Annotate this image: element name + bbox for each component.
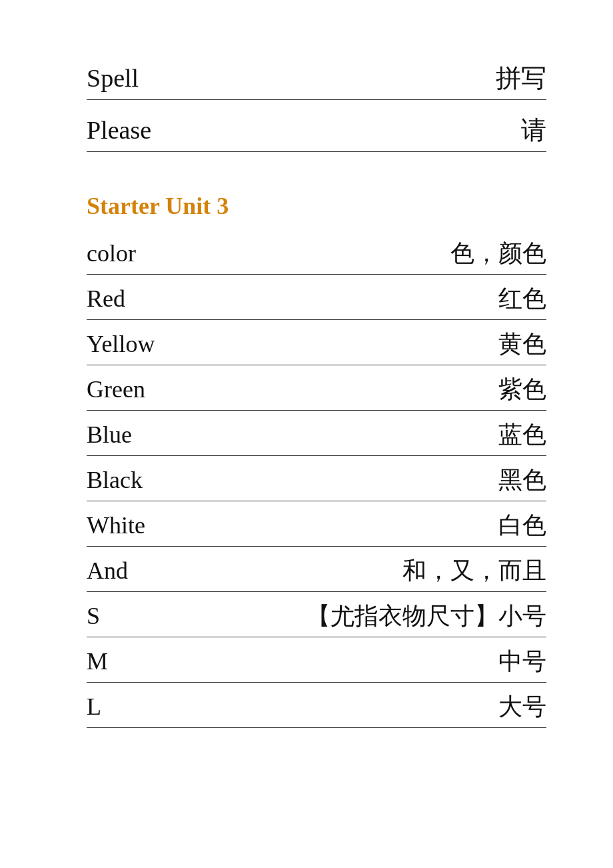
vocab-row: Red红色 [87, 276, 546, 320]
vocab-english: Yellow [87, 330, 155, 358]
vocab-chinese: 和，又，而且 [402, 555, 546, 587]
vocab-english: Red [87, 285, 125, 313]
vocab-row: Black黑色 [87, 457, 546, 501]
header-chinese-spell: 拼写 [496, 61, 546, 95]
vocab-chinese: 白色 [498, 509, 546, 542]
unit-section: Starter Unit 3 color色，颜色Red红色Yellow黄色Gre… [87, 192, 546, 728]
vocab-english: And [87, 557, 128, 585]
vocab-row: Blue蓝色 [87, 412, 546, 456]
vocab-english: Green [87, 375, 145, 403]
vocab-row: L大号 [87, 684, 546, 728]
vocab-english: Blue [87, 421, 132, 449]
vocab-chinese: 紫色 [498, 373, 546, 406]
vocab-english: Black [87, 466, 143, 494]
vocab-chinese: 红色 [498, 283, 546, 315]
vocab-chinese: 中号 [498, 645, 546, 678]
vocab-row: Green紫色 [87, 367, 546, 411]
unit-title: Starter Unit 3 [87, 192, 546, 220]
vocab-chinese: 大号 [498, 691, 546, 723]
vocab-english: L [87, 693, 101, 721]
header-row-spell: Spell 拼写 [87, 53, 546, 100]
vocab-row: And和，又，而且 [87, 548, 546, 592]
vocab-chinese: 色，颜色 [450, 237, 546, 270]
vocab-english: M [87, 647, 108, 675]
header-english-please: Please [87, 115, 151, 145]
vocab-english: color [87, 239, 136, 267]
vocab-row: S【尤指衣物尺寸】小号 [87, 593, 546, 637]
vocab-list: color色，颜色Red红色Yellow黄色Green紫色Blue蓝色Black… [87, 231, 546, 728]
vocab-chinese: 【尤指衣物尺寸】小号 [306, 600, 546, 633]
header-chinese-please: 请 [521, 113, 546, 147]
vocab-chinese: 黑色 [498, 464, 546, 497]
vocab-english: S [87, 602, 100, 630]
vocab-chinese: 蓝色 [498, 419, 546, 451]
header-row-please: Please 请 [87, 105, 546, 152]
vocab-english: White [87, 511, 145, 539]
vocab-row: M中号 [87, 639, 546, 683]
vocab-row: White白色 [87, 503, 546, 547]
header-section: Spell 拼写 Please 请 [87, 53, 546, 152]
vocab-chinese: 黄色 [498, 328, 546, 361]
header-english-spell: Spell [87, 63, 139, 93]
vocab-row: Yellow黄色 [87, 321, 546, 365]
vocab-row: color色，颜色 [87, 231, 546, 275]
